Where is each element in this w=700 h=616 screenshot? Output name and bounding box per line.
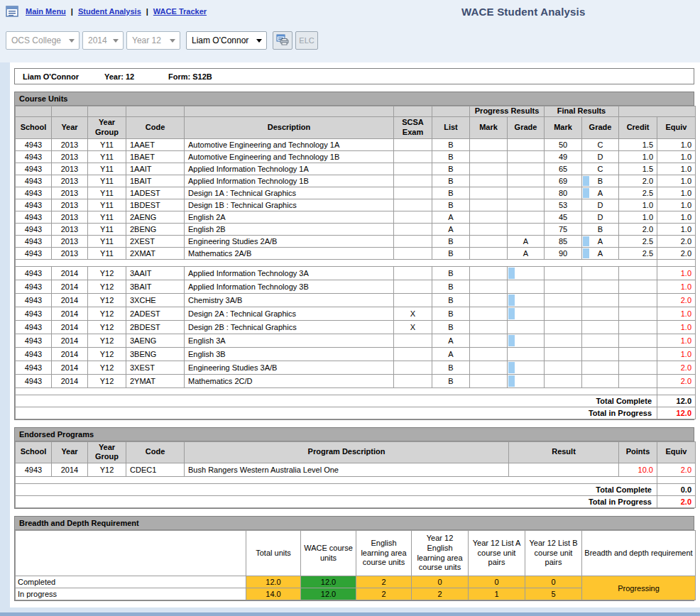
cell-description: English 3B — [185, 347, 394, 361]
progress-indicator-bar — [508, 335, 515, 346]
cell-scsa-exam — [394, 334, 432, 347]
cell-equiv: 1.0 — [657, 138, 696, 150]
cell-scsa-exam — [394, 247, 432, 259]
cell-progress-mark — [470, 293, 508, 307]
cell-list: B — [432, 266, 470, 280]
cell-final-mark — [545, 347, 582, 361]
cell-list: B — [432, 320, 470, 334]
year-group-select[interactable]: Year 12 — [126, 31, 180, 50]
cell-progress-mark — [470, 266, 508, 280]
cell-scsa-exam — [394, 361, 432, 374]
main-content: Liam O'Connor Year: 12 Form: S12B Course… — [10, 62, 700, 607]
progress-indicator-bar — [583, 236, 589, 246]
col-header-year-12-list-a-course-unit-pairs: Year 12 List A course unit pairs — [469, 531, 525, 576]
cell-code: 1BAET — [126, 150, 185, 163]
totals-row: Total in Progress12.0 — [16, 407, 696, 419]
nav-link-main-menu[interactable]: Main Menu — [26, 7, 66, 16]
cell-year-group: Y12 — [88, 280, 126, 293]
nav-link-student-analysis[interactable]: Student Analysis — [78, 7, 141, 16]
group-header-final-results: Final Results — [545, 106, 619, 117]
nav-link-wace-tracker[interactable]: WACE Tracker — [153, 7, 207, 16]
table-row: 49432014Y122ADESTDesign 2A : Technical G… — [16, 307, 696, 320]
col-header-blank — [16, 531, 246, 576]
cell-year-group: Y12 — [88, 320, 126, 334]
cell-year-group: Y12 — [88, 374, 126, 387]
cell-final-grade: D — [582, 211, 619, 223]
endorsed-programs-section: Endorsed Programs SchoolYearYear GroupCo… — [14, 427, 694, 510]
cell-progress-grade — [508, 163, 545, 175]
col-header-equiv: Equiv — [657, 117, 696, 139]
cell-list: A — [432, 223, 470, 235]
cell-list: B — [432, 187, 470, 199]
cell-progress-mark — [470, 211, 508, 223]
cell-list: B — [432, 199, 470, 211]
row-label: In progress — [16, 588, 246, 600]
cell-equiv: 1.0 — [657, 266, 696, 280]
cell-year-12-list-b-course-unit-pairs: 0 — [525, 576, 582, 588]
cell-progress-mark — [470, 247, 508, 259]
group-header-row: Progress ResultsFinal Results — [16, 106, 696, 117]
cell-final-grade — [582, 347, 619, 361]
col-header-code: Code — [126, 117, 185, 139]
cell-scsa-exam — [394, 187, 432, 199]
cell-year: 2014 — [52, 463, 88, 477]
cell-description: Design 1B : Technical Graphics — [185, 199, 394, 211]
elc-button[interactable]: ELC — [295, 31, 318, 50]
chevron-down-icon — [113, 39, 119, 43]
cell-school: 4943 — [16, 361, 52, 374]
cell-final-grade: C — [582, 163, 619, 175]
cell-year: 2014 — [52, 334, 88, 347]
cell-scsa-exam — [394, 280, 432, 293]
cell-credit — [619, 280, 657, 293]
cell-scsa-exam — [394, 266, 432, 280]
cell-year: 2013 — [52, 223, 88, 235]
cell-school: 4943 — [16, 187, 52, 199]
cell-scsa-exam — [394, 347, 432, 361]
cell-school: 4943 — [16, 175, 52, 187]
cell-list: B — [432, 163, 470, 175]
cell-final-mark: 65 — [545, 163, 582, 175]
cell-final-mark: 90 — [545, 247, 582, 259]
cell-final-grade — [582, 374, 619, 387]
cell-equiv: 1.0 — [657, 211, 696, 223]
group-header-blank — [126, 106, 185, 117]
group-header-progress-results: Progress Results — [470, 106, 545, 117]
col-header-list: List — [432, 117, 470, 139]
cell-credit — [619, 361, 657, 374]
cell-equiv: 1.0 — [657, 150, 696, 163]
breadth-depth-title: Breadth and Depth Requirement — [15, 517, 694, 530]
cell-final-grade — [582, 266, 619, 280]
cell-equiv: 1.0 — [657, 307, 696, 320]
cell-equiv: 1.0 — [657, 187, 696, 199]
cell-list: A — [432, 211, 470, 223]
cell-final-mark: 49 — [545, 150, 582, 163]
year-select[interactable]: 2014 — [82, 31, 124, 50]
student-summary-bar: Liam O'Connor Year: 12 Form: S12B — [14, 68, 694, 84]
cell-final-mark — [545, 266, 582, 280]
cell-progress-grade — [508, 175, 545, 187]
table-row: 49432014Y123BAITApplied Information Tech… — [16, 280, 696, 293]
cell-year: 2013 — [52, 138, 88, 150]
cell-credit — [619, 307, 657, 320]
cell-year-12-english-learning-area-course-units: 2 — [412, 588, 469, 600]
cell-equiv: 2.0 — [657, 374, 696, 387]
school-select[interactable]: OCS College — [6, 31, 80, 50]
cell-code: 2YMAT — [126, 374, 185, 387]
table-row: Completed12.012.02000Progressing — [16, 576, 696, 588]
spacer-cell — [657, 387, 696, 395]
cell-school: 4943 — [16, 374, 52, 387]
cell-final-grade — [582, 293, 619, 307]
print-report-button[interactable] — [273, 31, 292, 50]
total-label: Total in Progress — [16, 496, 657, 508]
student-select[interactable]: Liam O'Connor — [186, 31, 267, 50]
cell-list: B — [432, 293, 470, 307]
cell-credit — [619, 266, 657, 280]
spacer-cell — [16, 477, 657, 484]
col-header-total-units: Total units — [246, 531, 301, 576]
table-row: 49432014Y122BDESTDesign 2B : Technical G… — [16, 320, 696, 334]
cell-scsa-exam — [394, 199, 432, 211]
cell-year: 2014 — [52, 320, 88, 334]
col-header-year-12-list-b-course-unit-pairs: Year 12 List B course unit pairs — [525, 531, 582, 576]
cell-school: 4943 — [16, 463, 52, 477]
course-units-section: Course Units Progress ResultsFinal Resul… — [14, 92, 694, 420]
